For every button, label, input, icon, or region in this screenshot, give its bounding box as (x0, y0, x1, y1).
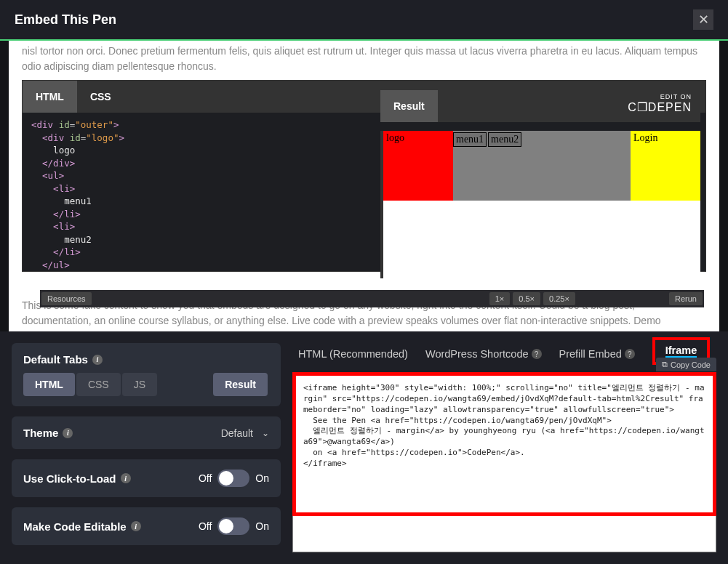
clicktoload-panel: Use Click-to-Load i Off On (12, 459, 281, 497)
modal-title: Embed This Pen (15, 12, 116, 28)
off-label: Off (199, 472, 212, 484)
theme-text: Theme (23, 427, 58, 439)
info-icon[interactable]: i (131, 521, 141, 531)
scale-1x[interactable]: 1× (489, 292, 511, 305)
output-tab-prefill[interactable]: Prefill Embed ? (559, 345, 635, 363)
output-tab-html[interactable]: HTML (Recommended) (298, 345, 408, 363)
result-menu-box: menu1 menu2 (453, 131, 631, 201)
settings-area: Default Tabs i HTML CSS JS Result Theme … (0, 331, 728, 564)
embed-tab-result[interactable]: Result (380, 90, 438, 122)
modal-header: Embed This Pen ✕ (0, 0, 728, 41)
info-icon[interactable]: i (92, 355, 103, 365)
code-output-highlighted: <iframe height="300" style="width: 100%;… (292, 372, 716, 516)
edit-on-label: EDIT ON (628, 93, 692, 100)
preview-top-text: nisl tortor non orci. Donec pretium ferm… (9, 41, 719, 80)
help-icon[interactable]: ? (625, 349, 635, 359)
result-menu1: menu1 (453, 132, 487, 147)
edit-on-codepen[interactable]: EDIT ON C❐DEPEN (628, 90, 700, 122)
clicktoload-toggle[interactable] (217, 470, 249, 487)
resources-button[interactable]: Resources (41, 292, 92, 305)
copy-code-button[interactable]: ⧉ Copy Code (656, 358, 716, 371)
copy-icon: ⧉ (662, 360, 668, 369)
editable-toggle-wrap: Off On (199, 517, 269, 535)
code-output[interactable]: <iframe height="300" style="width: 100%;… (296, 376, 713, 512)
info-icon[interactable]: i (121, 473, 131, 483)
on-label: On (255, 520, 269, 532)
result-tabbar: Result EDIT ON C❐DEPEN (380, 90, 700, 122)
result-login-box: Login (631, 131, 700, 201)
editable-label: Make Code Editable i (23, 520, 141, 533)
default-tabs-label: Default Tabs i (23, 353, 269, 366)
chevron-down-icon: ⌄ (262, 428, 269, 438)
scale-025x[interactable]: 0.25× (543, 292, 575, 305)
prefill-label: Prefill Embed (559, 348, 622, 360)
result-menu2: menu2 (488, 132, 521, 147)
output-tab-wordpress[interactable]: WordPress Shortcode ? (425, 345, 542, 363)
editable-toggle[interactable] (217, 517, 249, 535)
theme-panel[interactable]: Theme i Default ⌄ (12, 416, 281, 449)
scale-05x[interactable]: 0.5× (513, 292, 540, 305)
clicktoload-label: Use Click-to-Load i (23, 472, 131, 485)
codepen-logo: C❐DEPEN (628, 100, 692, 114)
info-icon[interactable]: i (63, 428, 73, 438)
close-button[interactable]: ✕ (693, 9, 713, 30)
on-label: On (255, 472, 269, 484)
default-tabs-text: Default Tabs (23, 353, 88, 366)
result-logo-box: logo (383, 131, 453, 201)
default-tabs-panel: Default Tabs i HTML CSS JS Result (12, 343, 281, 406)
copy-label: Copy Code (671, 360, 711, 369)
settings-left: Default Tabs i HTML CSS JS Result Theme … (12, 343, 281, 552)
help-icon[interactable]: ? (532, 349, 542, 359)
iframe-label: Iframe (665, 345, 697, 358)
default-tab-html[interactable]: HTML (23, 373, 75, 396)
default-tab-result[interactable]: Result (213, 373, 268, 396)
wp-label: WordPress Shortcode (425, 348, 529, 360)
default-tab-css[interactable]: CSS (76, 373, 121, 396)
output-textarea-extra[interactable] (292, 516, 716, 552)
default-tab-js[interactable]: JS (122, 373, 157, 396)
settings-right: HTML (Recommended) WordPress Shortcode ?… (292, 343, 716, 552)
clicktoload-toggle-wrap: Off On (199, 470, 269, 487)
embed-tab-css[interactable]: CSS (77, 81, 124, 113)
result-pane: logo menu1 menu2 Login (380, 131, 700, 278)
clicktoload-text: Use Click-to-Load (23, 472, 116, 485)
editable-panel: Make Code Editable i Off On (12, 507, 281, 545)
off-label: Off (199, 520, 212, 532)
theme-value-text: Default (221, 427, 253, 439)
theme-value[interactable]: Default ⌄ (221, 427, 269, 439)
embed-footer: Resources 1× 0.5× 0.25× Rerun (40, 290, 704, 307)
output-tabs: HTML (Recommended) WordPress Shortcode ?… (292, 343, 716, 372)
preview-area: nisl tortor non orci. Donec pretium ferm… (9, 41, 719, 331)
theme-label: Theme i (23, 427, 73, 439)
default-tabs-group: HTML CSS JS Result (23, 373, 269, 396)
editable-text: Make Code Editable (23, 520, 127, 533)
embed-tab-html[interactable]: HTML (23, 81, 77, 113)
rerun-button[interactable]: Rerun (669, 292, 703, 305)
